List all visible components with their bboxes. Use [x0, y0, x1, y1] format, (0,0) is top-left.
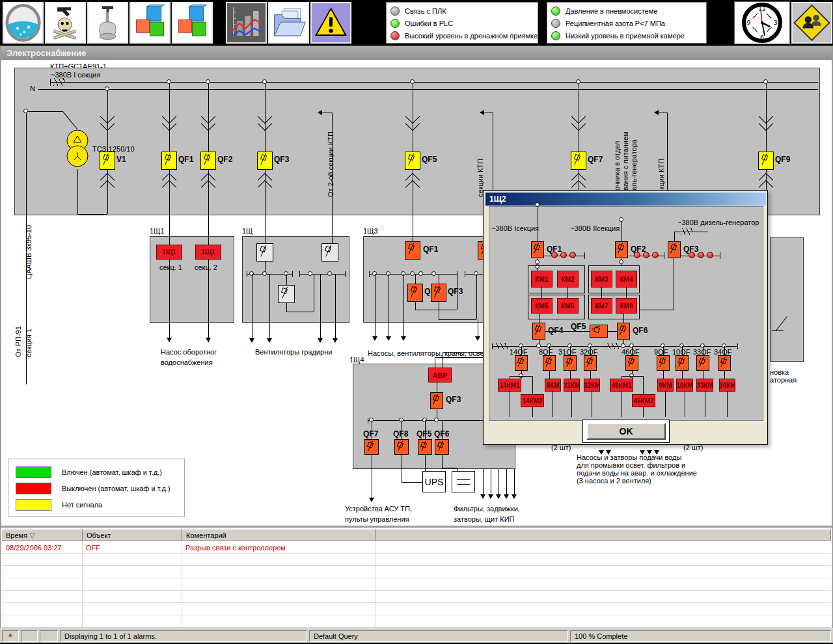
contactor[interactable]: 34КМ — [719, 379, 735, 392]
breaker-qf5[interactable] — [418, 439, 432, 455]
section-cell-2[interactable]: 1Щ1 — [195, 245, 221, 260]
contactor[interactable]: КМ3 — [591, 271, 612, 288]
contactor[interactable]: 8КМ — [545, 379, 561, 392]
breaker-qf9[interactable] — [758, 152, 774, 170]
breaker-qf3[interactable] — [430, 392, 443, 409]
breaker-qf2[interactable] — [615, 241, 628, 258]
column-header-time[interactable]: Время ▽ — [2, 529, 83, 541]
contactor[interactable]: 10КМ — [676, 379, 693, 392]
node-dot — [410, 79, 415, 84]
contactor[interactable]: КМ8 — [616, 298, 637, 314]
reports-folder-icon — [269, 3, 308, 42]
row-grid-line — [2, 578, 831, 578]
wire — [415, 274, 416, 284]
trends-button[interactable] — [226, 2, 267, 44]
contactor[interactable]: КМ7 — [591, 298, 612, 314]
contactor[interactable]: 9КМ — [657, 379, 674, 392]
wire — [705, 392, 705, 417]
arrowhead — [401, 336, 406, 343]
column-header-object[interactable]: Объект — [83, 529, 182, 541]
breaker-v1[interactable] — [100, 152, 115, 170]
feeder-breaker[interactable] — [718, 355, 731, 371]
breaker[interactable] — [321, 243, 338, 262]
users-button[interactable] — [791, 2, 832, 44]
wire — [314, 274, 314, 312]
breaker-qf5[interactable] — [590, 325, 608, 338]
feeder-breaker[interactable] — [696, 355, 709, 371]
breaker-qf7[interactable] — [571, 152, 586, 170]
cubes-1-button[interactable] — [130, 2, 171, 44]
ups-box[interactable]: UPS — [422, 471, 446, 492]
column-header-comment[interactable]: Коментарий — [182, 529, 376, 541]
contactor[interactable]: 46КМ2 — [632, 394, 655, 407]
breaker-qf7[interactable] — [364, 439, 379, 455]
breaker[interactable] — [256, 243, 273, 262]
contactor[interactable]: 46КМ1 — [610, 379, 633, 392]
ok-button[interactable]: OK — [586, 423, 666, 440]
contactor[interactable]: КМ2 — [557, 271, 579, 288]
wire — [772, 330, 784, 331]
flow-arrow — [260, 111, 270, 131]
breaker-qf5[interactable] — [405, 152, 420, 170]
output-caption: Устройства АСУ ТП, — [345, 505, 412, 513]
arrowhead — [475, 336, 480, 343]
transformer-icon[interactable] — [65, 129, 90, 170]
n-label: N — [30, 85, 35, 92]
section-cell-1[interactable]: 1Щ1 — [156, 245, 182, 260]
output-caption: Вентиляторы градирни — [255, 348, 332, 356]
breaker-qf8[interactable] — [394, 439, 409, 455]
battery-box[interactable] — [452, 471, 475, 492]
contactor[interactable]: 33КМ — [696, 379, 713, 392]
feeder-breaker[interactable] — [676, 355, 689, 371]
wire — [443, 352, 443, 368]
contactor[interactable]: 14КМ2 — [521, 394, 544, 407]
alarm-summary-button[interactable] — [310, 2, 351, 44]
contactor[interactable]: КМ5 — [531, 298, 553, 314]
breaker-qf1[interactable] — [405, 241, 420, 260]
contactor[interactable]: КМ6 — [557, 298, 579, 314]
breaker-qf6[interactable] — [617, 323, 630, 340]
feeder-breaker[interactable] — [564, 355, 577, 371]
node-dot — [308, 271, 312, 276]
breaker-label: QF2 — [217, 155, 232, 163]
node-dot — [167, 79, 171, 84]
dialog-1sch2: 1Щ2 ~380В Iсекция ~380В IIсекция ~380В д… — [483, 190, 768, 445]
water-level-icon — [4, 3, 42, 42]
water-level-button[interactable] — [3, 2, 44, 44]
avr-block[interactable]: АВР — [428, 368, 452, 382]
contactor[interactable]: КМ4 — [616, 271, 637, 288]
feeder-breaker[interactable] — [657, 355, 670, 371]
breaker-qf3[interactable] — [431, 284, 446, 302]
wire — [545, 331, 590, 332]
breaker-qf9[interactable] — [407, 284, 423, 302]
wire — [621, 392, 622, 417]
cubes-2-button[interactable] — [172, 2, 213, 44]
breaker-qf3[interactable] — [257, 152, 273, 170]
breaker-qf1[interactable] — [531, 241, 544, 258]
breaker-qf2[interactable] — [200, 152, 216, 170]
breaker-qf1[interactable] — [161, 152, 177, 170]
breaker-qf3[interactable] — [668, 241, 681, 258]
wire — [643, 376, 644, 394]
dialog-title-bar[interactable]: 1Щ2 — [485, 193, 766, 206]
reports-button[interactable] — [268, 2, 309, 44]
contactor[interactable]: КМ1 — [531, 271, 553, 288]
feeder-breaker[interactable] — [584, 355, 597, 371]
contactor[interactable]: 32КМ — [584, 379, 600, 392]
contactor[interactable]: 14КМ1 — [498, 379, 521, 392]
warning-icon — [312, 3, 350, 42]
feeder-breaker[interactable] — [515, 355, 528, 371]
wire — [632, 346, 633, 355]
breaker[interactable] — [278, 285, 295, 303]
wire — [570, 371, 571, 379]
poison-button[interactable] — [45, 2, 86, 44]
breaker-qf6[interactable] — [435, 439, 449, 455]
wire — [682, 346, 683, 355]
alarm-bell-icon[interactable]: ☀ — [2, 630, 19, 642]
feeder-breaker[interactable] — [543, 355, 556, 371]
contactor[interactable]: 31КМ — [564, 379, 580, 392]
status-label: Ошибки в PLC — [405, 20, 453, 27]
gas-tank-button[interactable] — [87, 2, 128, 44]
breaker-qf4[interactable] — [532, 323, 545, 340]
feeder-breaker[interactable] — [625, 355, 638, 371]
